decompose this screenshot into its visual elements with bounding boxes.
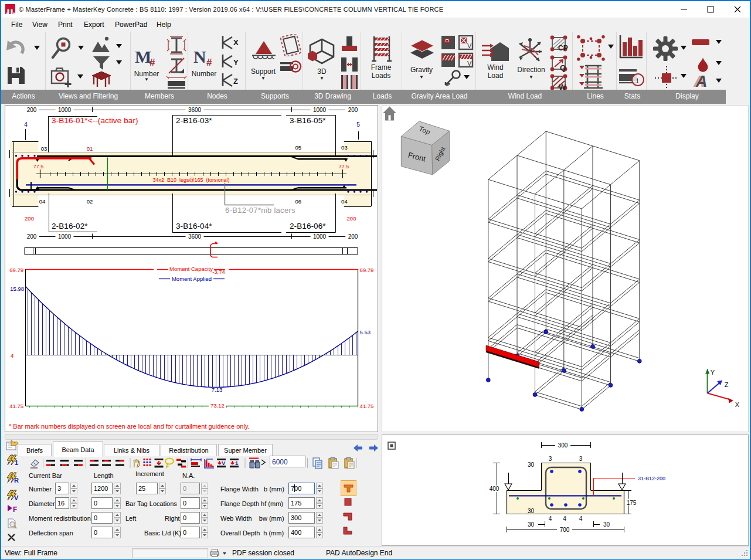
svg-text:V: V xyxy=(222,460,226,466)
svg-text:1: 1 xyxy=(235,460,239,466)
svg-text:4: 4 xyxy=(549,515,552,522)
svg-text:V: V xyxy=(467,42,472,49)
svg-text:F: F xyxy=(13,505,17,514)
svg-text:Z: Z xyxy=(233,77,238,86)
svg-text:2-B16-03*: 2-B16-03* xyxy=(176,116,212,125)
svg-text:4: 4 xyxy=(563,515,566,522)
svg-text:3-B16-05*: 3-B16-05* xyxy=(290,116,326,125)
svg-text:77.5: 77.5 xyxy=(339,164,349,169)
svg-text:-3.74: -3.74 xyxy=(212,269,225,275)
svg-text:CP: CP xyxy=(558,44,568,52)
svg-text:30: 30 xyxy=(528,508,535,514)
svg-text:01: 01 xyxy=(87,145,93,152)
svg-text:3: 3 xyxy=(549,456,552,462)
svg-text:34x2 B10 legs@165 (torsiona: 34x2 B10 legs@165 (torsional) xyxy=(152,177,229,183)
svg-text:5.53: 5.53 xyxy=(360,329,371,335)
svg-text:2-B16-02*: 2-B16-02* xyxy=(52,222,88,230)
svg-text:1000: 1000 xyxy=(313,107,327,113)
svg-text:41.75: 41.75 xyxy=(360,403,374,409)
svg-text:W: W xyxy=(559,83,566,91)
svg-text:02: 02 xyxy=(87,198,93,205)
svg-text:30: 30 xyxy=(603,521,610,528)
svg-text:4: 4 xyxy=(11,352,13,359)
svg-text:3-B16-04*: 3-B16-04* xyxy=(176,222,212,230)
svg-text:30: 30 xyxy=(528,521,535,528)
svg-text:3600: 3600 xyxy=(188,107,202,113)
svg-text:04: 04 xyxy=(341,198,348,205)
svg-text:V: V xyxy=(14,494,19,501)
svg-text:200: 200 xyxy=(25,215,34,222)
svg-text:200: 200 xyxy=(27,107,37,113)
svg-text:2-B16-06*: 2-B16-06* xyxy=(290,222,326,230)
svg-text:X: X xyxy=(233,38,239,47)
svg-text:3-B16-01*<--(active bar): 3-B16-01*<--(active bar) xyxy=(52,116,138,125)
svg-text:400: 400 xyxy=(490,486,499,492)
svg-text:05: 05 xyxy=(295,144,301,151)
svg-text:200: 200 xyxy=(347,215,356,222)
svg-text:3: 3 xyxy=(579,456,583,462)
svg-text:700: 700 xyxy=(560,527,570,533)
svg-text:* Bar mark numbers displayed o: * Bar mark numbers displayed on screen a… xyxy=(9,423,250,430)
svg-text:V: V xyxy=(467,60,472,67)
svg-text:06: 06 xyxy=(295,198,301,205)
svg-text:1000: 1000 xyxy=(58,107,72,113)
svg-text:Moment Applied: Moment Applied xyxy=(172,276,212,282)
svg-text:04: 04 xyxy=(39,198,46,205)
svg-text:Z: Z xyxy=(725,381,729,388)
svg-text:30: 30 xyxy=(528,461,535,468)
svg-text:1000: 1000 xyxy=(313,233,327,240)
svg-text:Q: Q xyxy=(560,63,566,72)
svg-text:300: 300 xyxy=(558,442,568,449)
svg-text:200: 200 xyxy=(27,233,37,240)
svg-text:200: 200 xyxy=(348,233,358,240)
svg-text:i: i xyxy=(637,76,639,84)
svg-text:5: 5 xyxy=(356,121,360,128)
svg-text:03: 03 xyxy=(41,145,47,152)
svg-text:69.79: 69.79 xyxy=(9,267,23,273)
svg-text:31-B12-200: 31-B12-200 xyxy=(638,476,665,481)
svg-text:15.98: 15.98 xyxy=(10,286,24,292)
svg-text:77.5: 77.5 xyxy=(33,164,44,169)
svg-text:Y: Y xyxy=(233,58,239,67)
svg-text:Moment Capacity: Moment Capacity xyxy=(169,266,213,272)
svg-text:200: 200 xyxy=(348,107,358,113)
svg-text:175: 175 xyxy=(627,500,637,506)
svg-text:Y: Y xyxy=(711,369,715,376)
svg-text:X: X xyxy=(735,401,740,408)
svg-text:4: 4 xyxy=(24,121,28,128)
svg-text:41.75: 41.75 xyxy=(9,403,23,409)
svg-text:69.79: 69.79 xyxy=(360,267,374,273)
svg-text:7.13: 7.13 xyxy=(212,386,223,393)
svg-text:R: R xyxy=(14,477,19,484)
svg-text:6-B12-07*nib lacers: 6-B12-07*nib lacers xyxy=(225,206,295,215)
svg-text:03: 03 xyxy=(341,144,348,151)
svg-text:1000: 1000 xyxy=(58,233,72,240)
svg-text:4: 4 xyxy=(579,515,583,522)
svg-text:3600: 3600 xyxy=(188,233,202,240)
svg-text:73.12: 73.12 xyxy=(210,402,225,409)
